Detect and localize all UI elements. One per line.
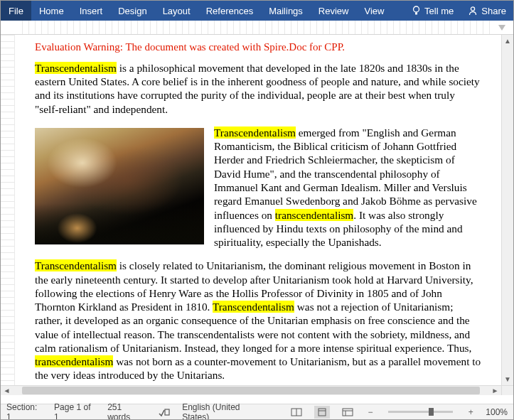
highlight: transcendentalism [35, 355, 113, 367]
tab-review[interactable]: Review [311, 1, 357, 21]
horizontal-scrollbar[interactable]: ◄ ► [1, 385, 501, 395]
status-bar: Section: 1 Page 1 of 1 251 words English… [1, 404, 513, 419]
zoom-slider[interactable] [388, 411, 454, 413]
svg-point-0 [414, 6, 419, 12]
scroll-left-button[interactable]: ◄ [1, 387, 13, 394]
hscroll-thumb[interactable] [22, 387, 479, 394]
svg-rect-6 [318, 409, 326, 416]
paragraph-2[interactable]: Transcendentalism emerged from "English … [35, 126, 481, 249]
inline-image[interactable] [35, 128, 204, 244]
vertical-scrollbar[interactable]: ▲ ▼ [501, 35, 513, 385]
zoom-level[interactable]: 100% [486, 407, 508, 417]
highlight: Transcendentalism [35, 62, 117, 74]
tell-me-label: Tell me [424, 6, 454, 16]
svg-rect-1 [415, 13, 417, 15]
share-label: Share [481, 6, 506, 16]
read-mode-icon[interactable] [289, 406, 304, 419]
status-section[interactable]: Section: 1 [6, 402, 44, 421]
highlight: Transcendentalism [213, 301, 294, 313]
horizontal-ruler[interactable] [1, 21, 513, 35]
svg-rect-3 [165, 409, 169, 415]
paragraph-3[interactable]: Transcendentalism is closely related to … [35, 259, 481, 382]
body-text: emerged from "English and German Romanti… [214, 126, 477, 221]
tab-mailings[interactable]: Mailings [261, 1, 311, 21]
tab-file[interactable]: File [1, 1, 31, 21]
zoom-out-button[interactable]: − [365, 407, 375, 417]
tab-home[interactable]: Home [31, 1, 72, 21]
vertical-ruler[interactable] [1, 35, 15, 395]
scroll-up-button[interactable]: ▲ [502, 35, 513, 47]
spellcheck-icon[interactable] [156, 406, 172, 419]
ruler-tab-stop-icon [498, 24, 506, 33]
document-body: Evaluation Warning: The document was cre… [15, 35, 501, 385]
print-layout-icon[interactable] [314, 406, 330, 419]
tab-layout[interactable]: Layout [155, 1, 198, 21]
scroll-corner [501, 385, 513, 395]
zoom-slider-knob[interactable] [429, 408, 434, 416]
tell-me[interactable]: Tell me [405, 6, 461, 16]
lightbulb-icon [412, 6, 421, 16]
tab-references[interactable]: References [198, 1, 261, 21]
status-word-count[interactable]: 251 words [107, 402, 146, 421]
web-layout-icon[interactable] [340, 406, 355, 419]
evaluation-warning: Evaluation Warning: The document was cre… [35, 41, 481, 54]
scroll-down-button[interactable]: ▼ [502, 373, 513, 385]
svg-rect-8 [343, 409, 353, 416]
tab-design[interactable]: Design [110, 1, 154, 21]
scroll-right-button[interactable]: ► [489, 387, 501, 394]
paragraph-1[interactable]: Transcendentalism is a philosophical mov… [35, 61, 481, 116]
person-share-icon [468, 6, 478, 16]
svg-point-2 [471, 7, 475, 11]
status-page[interactable]: Page 1 of 1 [54, 402, 97, 421]
highlight: Transcendentalism [35, 259, 117, 271]
hscroll-track[interactable] [13, 386, 489, 395]
tab-insert[interactable]: Insert [72, 1, 111, 21]
zoom-in-button[interactable]: + [466, 407, 476, 417]
share-button[interactable]: Share [461, 6, 513, 16]
highlight: transcendentalism [275, 209, 353, 221]
status-language[interactable]: English (United States) [182, 402, 269, 421]
ribbon: File Home Insert Design Layout Reference… [1, 1, 513, 21]
tab-view[interactable]: View [356, 1, 392, 21]
highlight: Transcendentalism [214, 126, 296, 139]
